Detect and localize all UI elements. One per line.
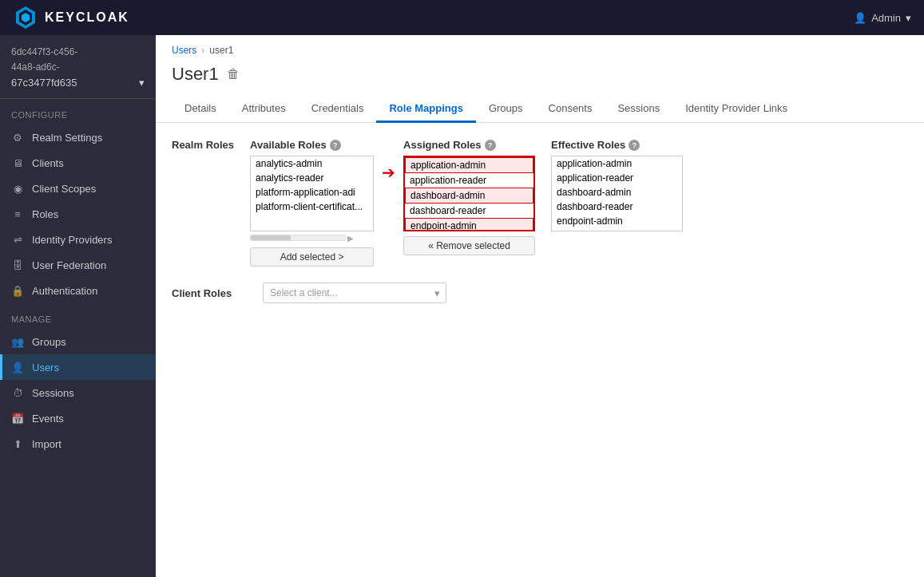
tab-credentials[interactable]: Credentials [299, 96, 377, 123]
users-icon: 👤 [11, 361, 24, 373]
list-item[interactable]: application-admin [405, 157, 533, 173]
assigned-roles-header: Assigned Roles ? [403, 139, 535, 151]
list-item[interactable]: application-admin [552, 156, 682, 171]
list-item[interactable]: platform-client-certificat... [251, 200, 373, 214]
available-roles-header: Available Roles ? [250, 139, 374, 151]
remove-selected-button[interactable]: « Remove selected [403, 236, 535, 255]
tab-consents[interactable]: Consents [536, 96, 605, 123]
breadcrumb-separator: › [201, 45, 204, 56]
manage-section-label: Manage [0, 303, 156, 329]
effective-roles-header: Effective Roles ? [551, 139, 683, 151]
list-item[interactable]: application-reader [405, 173, 533, 188]
list-item[interactable]: analytics-reader [251, 171, 373, 185]
list-item[interactable]: endpoint-admin [552, 214, 682, 228]
list-item[interactable]: dashboard-reader [405, 204, 533, 218]
realm-id-line1: 6dc447f3-c456- [11, 45, 145, 60]
list-item[interactable]: dashboard-admin [552, 185, 682, 200]
tab-attributes[interactable]: Attributes [229, 96, 299, 123]
client-select-wrapper: Select a client... ▾ [263, 283, 446, 303]
page-header: User1 🗑 [156, 59, 924, 96]
user-menu[interactable]: 👤 Admin ▾ [854, 12, 911, 24]
realm-dropdown[interactable]: 67c3477fd635 ▾ [11, 77, 145, 89]
main-content: Users › user1 User1 🗑 Details Attributes… [156, 35, 924, 577]
hscroll-right-arrow[interactable]: ▶ [347, 234, 354, 243]
gear-icon: ⚙ [11, 131, 24, 144]
sidebar-label-import: Import [32, 438, 61, 450]
sidebar-label-sessions: Sessions [32, 387, 74, 399]
role-columns: Realm Roles Available Roles ? analytics-… [172, 139, 908, 267]
arrow-col: ➔ [374, 139, 403, 182]
tab-details[interactable]: Details [172, 96, 229, 123]
authentication-icon: 🔒 [11, 284, 24, 297]
sidebar-label-groups: Groups [32, 336, 66, 348]
list-item[interactable]: endpoint-admin [405, 218, 533, 231]
list-item[interactable]: analytics-admin [251, 156, 373, 171]
sidebar-label-clients: Clients [32, 157, 64, 169]
realm-selector[interactable]: 6dc447f3-c456- 44a8-ad6c- 67c3477fd635 ▾ [0, 35, 156, 99]
keycloak-logo-icon [13, 5, 38, 30]
sidebar-item-clients[interactable]: 🖥 Clients [0, 150, 156, 176]
assigned-roles-col: Assigned Roles ? application-admin appli… [403, 139, 535, 255]
realm-id-line2: 44a8-ad6c- [11, 60, 145, 75]
effective-roles-help-icon[interactable]: ? [629, 140, 640, 151]
tab-bar: Details Attributes Credentials Role Mapp… [156, 96, 924, 123]
sidebar-item-import[interactable]: ⬆ Import [0, 431, 156, 456]
assigned-roles-help-icon[interactable]: ? [485, 140, 496, 151]
realm-chevron-icon: ▾ [139, 77, 145, 89]
sidebar-item-groups[interactable]: 👥 Groups [0, 329, 156, 354]
effective-roles-listbox[interactable]: application-admin application-reader das… [551, 156, 683, 231]
brand: KEYCLOAK [13, 5, 129, 30]
sidebar-item-user-federation[interactable]: 🗄 User Federation [0, 252, 156, 278]
sidebar-item-events[interactable]: 📅 Events [0, 405, 156, 431]
tab-role-mappings[interactable]: Role Mappings [376, 96, 475, 123]
available-roles-listbox[interactable]: analytics-admin analytics-reader platfor… [250, 156, 374, 231]
sidebar-label-user-federation: User Federation [32, 259, 106, 271]
list-item[interactable]: dashboard-reader [552, 200, 682, 214]
user-chevron-icon: ▾ [906, 12, 911, 24]
identity-providers-icon: ⇌ [11, 233, 24, 246]
sidebar-label-events: Events [32, 413, 64, 425]
tab-sessions[interactable]: Sessions [605, 96, 672, 123]
sidebar-item-users[interactable]: 👤 Users [0, 354, 156, 380]
available-roles-help-icon[interactable]: ? [330, 140, 341, 151]
hscroll-thumb [251, 235, 291, 240]
tab-identity-provider-links[interactable]: Identity Provider Links [672, 96, 800, 123]
tab-groups[interactable]: Groups [476, 96, 536, 123]
user-federation-icon: 🗄 [11, 259, 24, 271]
breadcrumb-parent-link[interactable]: Users [172, 45, 196, 56]
events-icon: 📅 [11, 412, 24, 425]
client-roles-row: Client Roles Select a client... ▾ [172, 283, 908, 303]
sidebar-item-sessions[interactable]: ⏱ Sessions [0, 380, 156, 405]
effective-roles-label: Effective Roles [551, 139, 625, 151]
delete-user-icon[interactable]: 🗑 [227, 67, 240, 81]
available-roles-col: Available Roles ? analytics-admin analyt… [250, 139, 374, 267]
client-select[interactable]: Select a client... [263, 283, 446, 303]
assigned-roles-listbox[interactable]: application-admin application-reader das… [403, 156, 535, 231]
assigned-roles-label: Assigned Roles [403, 139, 482, 151]
list-item[interactable]: application-reader [552, 171, 682, 185]
clients-icon: 🖥 [11, 156, 24, 169]
realm-roles-label: Realm Roles [172, 139, 234, 151]
sidebar-label-users: Users [32, 362, 59, 373]
sidebar-label-identity-providers: Identity Providers [32, 234, 112, 246]
sidebar-item-roles[interactable]: ≡ Roles [0, 201, 156, 227]
available-roles-hscroll[interactable]: ▶ [250, 233, 374, 243]
sidebar-label-roles: Roles [32, 208, 58, 220]
breadcrumb: Users › user1 [156, 35, 924, 59]
add-selected-button[interactable]: Add selected > [250, 247, 374, 267]
navbar: KEYCLOAK 👤 Admin ▾ [0, 0, 924, 35]
realm-id-line3: 67c3477fd635 [11, 77, 77, 89]
username-label: Admin [871, 12, 901, 24]
sidebar-item-authentication[interactable]: 🔒 Authentication [0, 278, 156, 303]
sessions-icon: ⏱ [11, 386, 24, 399]
list-item[interactable]: dashboard-admin [405, 188, 533, 204]
effective-roles-col: Effective Roles ? application-admin appl… [551, 139, 683, 231]
list-item[interactable]: platform-application-adi [251, 185, 373, 200]
sidebar-item-identity-providers[interactable]: ⇌ Identity Providers [0, 227, 156, 252]
groups-icon: 👥 [11, 335, 24, 348]
roles-icon: ≡ [11, 207, 24, 220]
client-roles-label: Client Roles [172, 287, 252, 299]
available-roles-label: Available Roles [250, 139, 327, 151]
sidebar-item-realm-settings[interactable]: ⚙ Realm Settings [0, 124, 156, 150]
sidebar-item-client-scopes[interactable]: ◉ Client Scopes [0, 176, 156, 201]
